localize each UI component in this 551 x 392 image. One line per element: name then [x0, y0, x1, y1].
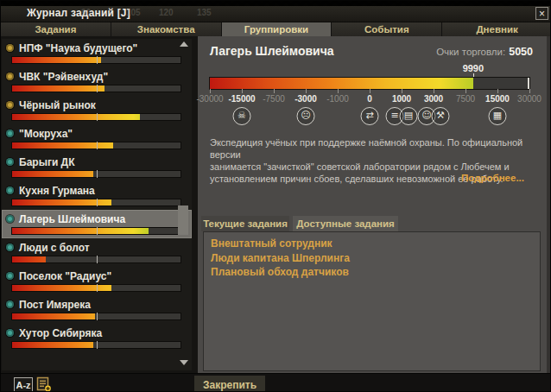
reputation-bar [12, 342, 180, 348]
faction-row[interactable]: ЧВК "Рэйвенхуд" [2, 67, 192, 96]
faction-row[interactable]: Лагерь Шлеймовича [2, 210, 192, 238]
journal-tab-bar: ЗаданияЗнакомстваГруппировкиСобытияДневн… [1, 22, 551, 36]
faction-emblem-icon [6, 187, 14, 194]
faction-row[interactable]: Кухня Гурмана [2, 181, 192, 210]
main-area: НПФ "Наука будущего"ЧВК "Рэйвенхуд"Чёрны… [1, 36, 551, 373]
task-tab-available[interactable]: Доступные задания [293, 216, 398, 231]
threshold-icon-group: ☺⚒ [418, 107, 450, 125]
reputation-bar [12, 57, 180, 63]
task-item[interactable]: Внештатный сотрудник [204, 237, 540, 251]
faction-list: НПФ "Наука будущего"ЧВК "Рэйвенхуд"Чёрны… [2, 39, 192, 370]
faction-row[interactable]: Поселок "Радиус" [2, 267, 192, 295]
scale-tick [497, 89, 498, 93]
reputation-bar [12, 285, 180, 291]
tab-diary[interactable]: Дневник [442, 22, 551, 36]
tab-events[interactable]: События [332, 22, 442, 36]
scale-tick [402, 89, 402, 93]
tab-tasks[interactable]: Задания [1, 22, 111, 36]
mercenary-icon: ⚒ [432, 107, 450, 125]
title-bar: Журнал заданий [J] 90105120135 × [1, 6, 551, 22]
scale-label: -15000 [228, 94, 255, 104]
scale-tick [242, 89, 243, 93]
sort-mode-icon[interactable] [36, 376, 52, 392]
task-item[interactable]: Люди капитана Шперлинга [204, 251, 540, 266]
threshold-icon-group: ▦ [489, 107, 507, 125]
right-scroll-track [547, 36, 551, 373]
faction-detail-panel: Лагерь Шлеймовича Очки торговли:5050 999… [198, 36, 547, 373]
task-tab-current[interactable]: Текущие задания [201, 216, 289, 231]
reputation-bar [12, 171, 180, 177]
hud-ghost-number: 135 [197, 8, 212, 17]
faction-name: Люди с болот [19, 242, 90, 254]
close-icon[interactable]: × [535, 7, 548, 20]
hud-ghost-number: 90 [81, 8, 91, 17]
faction-title: Лагерь Шлеймовича [210, 44, 334, 58]
scale-tick [338, 89, 339, 93]
faction-name: Хутор Сибиряка [19, 327, 102, 339]
trade-points-value: 5050 [509, 46, 533, 58]
reputation-bar [12, 199, 180, 205]
faction-emblem-icon [6, 215, 14, 223]
task-list: Внештатный сотрудникЛюди капитана Шперли… [204, 232, 540, 280]
pin-button[interactable]: Закрепить [194, 376, 265, 392]
reputation-bar [12, 313, 180, 319]
license-icon: ▦ [489, 107, 507, 125]
faction-row[interactable]: "Мокруха" [2, 124, 192, 153]
skull-icon: ☠ [233, 107, 251, 125]
reputation-bar [12, 114, 180, 120]
tab-contacts[interactable]: Знакомства [111, 22, 222, 36]
scale-label: -30000 [196, 94, 223, 104]
goodwill-bar [210, 78, 529, 89]
sort-alphabetical-button[interactable]: A-z [14, 377, 33, 392]
faction-emblem-icon [6, 158, 14, 166]
scale-label: -3000 [294, 94, 317, 104]
faction-row[interactable]: Хутор Сибиряка [2, 324, 192, 352]
footer-bar: A-z Закрепить [1, 373, 551, 392]
scale-label: 7500 [456, 94, 475, 104]
faction-name: Барыги ДК [19, 156, 74, 168]
quest-journal-window: Журнал заданий [J] 90105120135 × Задания… [0, 0, 551, 392]
faction-name: НПФ "Наука будущего" [19, 42, 137, 54]
faction-emblem-icon [6, 101, 14, 109]
faction-name: ЧВК "Рэйвенхуд" [19, 71, 108, 83]
reputation-bar [12, 256, 180, 262]
window-title: Журнал заданий [J] [27, 7, 130, 19]
scale-label: 15000 [485, 94, 510, 104]
tab-factions[interactable]: Группировки [222, 22, 332, 36]
goodwill-current-value: 9990 [463, 63, 484, 73]
faction-emblem-icon [6, 300, 14, 308]
faction-emblem-icon [6, 272, 14, 280]
scale-tick [529, 89, 530, 93]
faction-emblem-icon [6, 73, 14, 80]
faction-emblem-icon [6, 130, 14, 137]
scroll-down-icon[interactable] [180, 360, 188, 365]
scrollbar-thumb[interactable] [178, 205, 188, 235]
threshold-icon-group: ☠ [233, 107, 251, 125]
reputation-bar [12, 85, 180, 92]
threshold-icon-group: ≡▤ [386, 107, 418, 125]
scale-label: -7500 [263, 94, 285, 104]
faction-row[interactable]: Пост Имярека [2, 295, 192, 324]
task-tab-bar: Текущие заданияДоступные задания [198, 216, 547, 231]
faction-name: Кухня Гурмана [19, 185, 95, 197]
hud-ghost-number: 105 [126, 8, 141, 17]
scroll-up-icon[interactable] [180, 41, 188, 47]
more-link[interactable]: Подробнее... [461, 173, 524, 183]
faction-name: Поселок "Радиус" [19, 270, 111, 282]
faction-emblem-icon [6, 243, 14, 251]
faction-row[interactable]: Барыги ДК [2, 153, 192, 181]
faction-row[interactable]: НПФ "Наука будущего" [2, 39, 192, 67]
trade-points: Очки торговли:5050 [436, 46, 533, 58]
trade-icon: ⇄ [361, 107, 379, 125]
task-list-panel: Внештатный сотрудникЛюди капитана Шперли… [203, 231, 541, 371]
goodwill-threshold-icons: ☠☹⇄≡▤☺⚒▦ [210, 107, 529, 130]
faction-row[interactable]: Чёрный рынок [2, 96, 192, 124]
faction-emblem-icon [6, 44, 14, 52]
faction-name: "Мокруха" [19, 128, 73, 140]
hostility-icon: ☹ [297, 107, 315, 125]
faction-name: Лагерь Шлеймовича [19, 213, 125, 225]
faction-row[interactable]: Люди с болот [2, 238, 192, 267]
task-item[interactable]: Плановый обход датчиков [204, 265, 540, 280]
faction-name: Пост Имярека [19, 299, 91, 311]
scale-label: 30000 [517, 94, 542, 104]
